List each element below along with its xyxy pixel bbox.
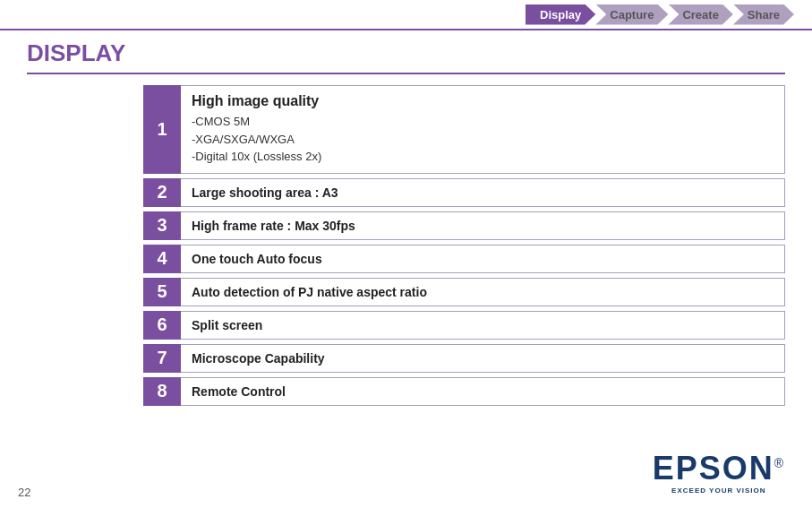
feature-text-7: Microscope Capability (181, 344, 785, 373)
feature-text-6: Split screen (181, 311, 785, 340)
epson-registered-symbol: ® (774, 456, 785, 470)
feature-text-8: Remote Control (181, 377, 785, 406)
nav-label-share: Share (748, 8, 780, 22)
nav-label-capture: Capture (610, 8, 654, 22)
nav-item-capture[interactable]: Capture (595, 4, 668, 25)
top-nav: Display Capture Create Share (0, 0, 812, 29)
feature-number-6: 6 (143, 311, 181, 340)
feature-number-1: 1 (143, 85, 181, 174)
feature-text-5: Auto detection of PJ native aspect ratio (181, 278, 785, 306)
feature-sub-1: -CMOS 5M-XGA/SXGA/WXGA-Digital 10x (Loss… (192, 113, 321, 166)
page-number: 22 (18, 486, 30, 499)
epson-tagline: EXCEED YOUR VISION (671, 486, 765, 495)
nav-item-share[interactable]: Share (733, 4, 794, 25)
feature-number-5: 5 (143, 278, 181, 306)
feature-text-1: High image quality -CMOS 5M-XGA/SXGA/WXG… (181, 85, 785, 174)
feature-number-4: 4 (143, 245, 181, 273)
epson-brand-name: EPSON® (653, 452, 785, 485)
nav-item-display[interactable]: Display (526, 4, 595, 25)
nav-label-display: Display (540, 8, 581, 22)
feature-row-6: 6 Split screen (143, 311, 785, 340)
feature-number-7: 7 (143, 344, 181, 373)
feature-row-1: 1 High image quality -CMOS 5M-XGA/SXGA/W… (143, 85, 785, 174)
page-title: DISPLAY (0, 30, 812, 73)
feature-text-4: One touch Auto focus (181, 245, 785, 273)
epson-logo: EPSON® EXCEED YOUR VISION (653, 452, 785, 495)
nav-items: Display Capture Create Share (526, 4, 794, 25)
title-underline (27, 73, 785, 74)
nav-item-create[interactable]: Create (668, 4, 732, 25)
feature-row-8: 8 Remote Control (143, 377, 785, 406)
feature-main-title-1: High image quality (192, 93, 319, 109)
feature-text-2: Large shooting area : A3 (181, 178, 785, 207)
feature-row-3: 3 High frame rate : Max 30fps (143, 211, 785, 240)
feature-row-7: 7 Microscope Capability (143, 344, 785, 373)
feature-row-2: 2 Large shooting area : A3 (143, 178, 785, 207)
main-content: 1 High image quality -CMOS 5M-XGA/SXGA/W… (0, 85, 812, 406)
feature-text-3: High frame rate : Max 30fps (181, 211, 785, 240)
feature-number-8: 8 (143, 377, 181, 406)
nav-label-create: Create (682, 8, 718, 22)
feature-number-2: 2 (143, 178, 181, 207)
feature-row-5: 5 Auto detection of PJ native aspect rat… (143, 278, 785, 306)
feature-row-4: 4 One touch Auto focus (143, 245, 785, 273)
feature-number-3: 3 (143, 211, 181, 240)
